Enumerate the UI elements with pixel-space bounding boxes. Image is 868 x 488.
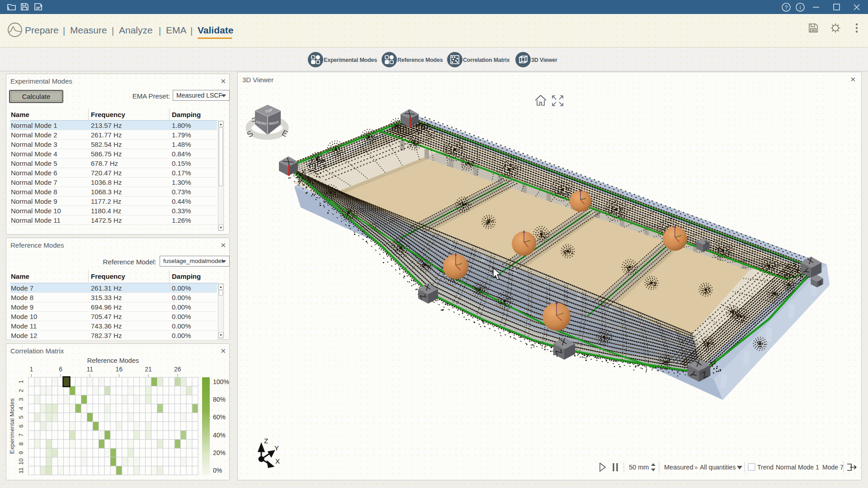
svg-text:i: i (800, 5, 801, 11)
svg-text:26: 26 (174, 366, 181, 373)
svg-text:2: 2 (18, 389, 24, 392)
svg-text:21: 21 (145, 366, 152, 373)
svg-text:16: 16 (116, 366, 123, 373)
svg-text:50 mm: 50 mm (629, 464, 649, 471)
svg-text:3: 3 (18, 398, 24, 401)
svg-text:Experimental Modes: Experimental Modes (9, 398, 15, 454)
svg-text:Normal Mode 1: Normal Mode 1 (776, 464, 819, 471)
svg-text:Trend: Trend (757, 464, 774, 471)
svg-text:E: E (280, 128, 289, 139)
svg-text:11: 11 (18, 467, 24, 474)
svg-text:8: 8 (18, 442, 24, 446)
svg-text:7: 7 (18, 433, 24, 436)
svg-text:X: X (275, 457, 280, 465)
svg-text:Reference Modes: Reference Modes (87, 357, 139, 364)
svg-text:80%: 80% (213, 396, 226, 403)
svg-text:Y: Y (274, 444, 279, 452)
svg-text:0%: 0% (213, 467, 222, 474)
svg-text:10: 10 (18, 458, 24, 465)
svg-text:40%: 40% (213, 432, 226, 439)
svg-text:60%: 60% (213, 413, 226, 421)
svg-text:Mode 7: Mode 7 (822, 464, 844, 471)
svg-text:All quantities: All quantities (700, 464, 736, 471)
svg-text:Measured: Measured (664, 464, 693, 471)
svg-text:6: 6 (18, 424, 24, 427)
svg-text:6: 6 (59, 366, 62, 373)
svg-text:Z: Z (264, 437, 268, 445)
svg-text:1: 1 (30, 366, 33, 373)
svg-text:100%: 100% (213, 378, 229, 385)
svg-text:?: ? (785, 5, 788, 11)
svg-text:4: 4 (18, 407, 24, 410)
svg-text:9: 9 (18, 451, 24, 454)
svg-text:»: » (694, 464, 698, 471)
svg-text:5: 5 (18, 416, 24, 419)
svg-text:20%: 20% (213, 449, 226, 456)
svg-text:11: 11 (87, 366, 94, 373)
svg-text:1: 1 (18, 380, 24, 383)
